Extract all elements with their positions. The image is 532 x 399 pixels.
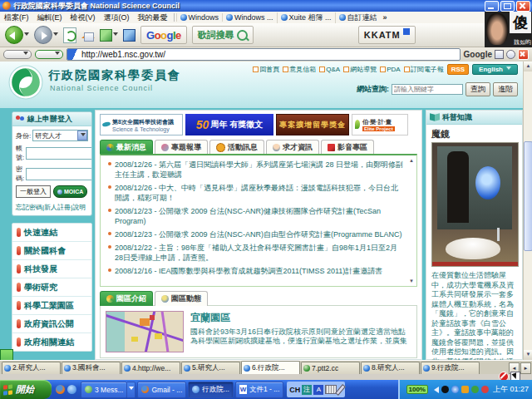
search-button[interactable]: 查詢 xyxy=(466,82,490,96)
linkbar-custom-links[interactable]: 自訂連結 xyxy=(335,12,381,23)
browser-tab-6-active[interactable]: 6.行政院... xyxy=(241,361,300,374)
browser-tab-8[interactable]: 8.研究人... xyxy=(361,362,420,374)
advanced-search-button[interactable]: 進階 xyxy=(493,82,518,96)
tab-scroll-right-button[interactable]: ► xyxy=(520,362,531,374)
plugin-cube-blue-button[interactable] xyxy=(123,29,135,42)
back-button[interactable] xyxy=(5,26,29,44)
link-pda[interactable]: PDA xyxy=(380,66,400,73)
lyrics-search-button[interactable]: 歌詞搜尋 xyxy=(192,26,254,44)
scrollbar-up-button[interactable]: ▲ xyxy=(524,62,532,71)
task-word-document[interactable]: W文件1 - ... xyxy=(235,382,283,398)
kkatm-button[interactable]: KKATM xyxy=(358,26,416,44)
tray-icon-4[interactable] xyxy=(471,386,479,393)
task-messenger[interactable]: 3 Mess... xyxy=(81,382,127,398)
browser-tab-5[interactable]: 5.研究人... xyxy=(181,362,240,374)
linkbar-xuite[interactable]: Xuite 相簿 ... xyxy=(277,12,335,23)
banner-science-tech-conference[interactable]: 第8次全國科學技術會議Science & Technology xyxy=(100,114,183,135)
moica-button[interactable]: MOICA xyxy=(53,185,87,198)
help-link[interactable]: 說明 xyxy=(72,204,86,211)
close-button[interactable] xyxy=(516,1,530,12)
link-qa[interactable]: Q&A xyxy=(319,66,340,73)
forgot-password-link[interactable]: 忘記密碼 xyxy=(16,204,42,211)
register-link[interactable]: 新人註冊 xyxy=(44,204,71,211)
banner-elite-project[interactable]: 伯·樂·計·畫Elite Project xyxy=(352,114,408,135)
language-bar[interactable]: CH 注 A xyxy=(287,382,345,397)
url-input[interactable]: http://web1.nsc.gov.tw/ xyxy=(66,48,461,61)
sidebar-item-academic-research[interactable]: 學術研究 xyxy=(12,278,91,297)
browser-quicklaunch-icon[interactable] xyxy=(67,385,76,394)
battery-indicator[interactable]: 100% xyxy=(406,385,428,394)
search-input[interactable] xyxy=(392,84,463,95)
task-gmail[interactable]: Gmail - ... xyxy=(137,382,186,398)
banner-scholarship[interactable]: 專案擴增留學獎金 xyxy=(276,114,349,135)
menu-favorites[interactable]: 我的最愛 xyxy=(134,12,172,23)
google-toolbar-label[interactable]: Google xyxy=(464,50,492,59)
ime-mode-icon[interactable]: A xyxy=(313,385,323,395)
browser-tab-2[interactable]: 2.研究人... xyxy=(2,362,61,374)
link-feedback[interactable]: 意見信箱 xyxy=(283,65,316,74)
tray-icon-2[interactable] xyxy=(451,386,459,393)
forward-dropdown-icon[interactable] xyxy=(53,32,58,38)
scroll-down-icon[interactable]: ▼ xyxy=(409,278,414,283)
skin-photo-ad[interactable]: 傻 魏如昀 xyxy=(485,12,532,47)
ime-language-label[interactable]: CH xyxy=(289,386,300,394)
scroll-up-icon[interactable]: ▲ xyxy=(409,158,414,163)
password-input[interactable] xyxy=(26,168,92,180)
refresh-button[interactable] xyxy=(63,27,76,43)
sidebar-item-about-nsc[interactable]: 關於國科會 xyxy=(12,242,91,260)
english-button[interactable]: English xyxy=(472,64,518,75)
news-item[interactable]: 2008/12/26 - 中大、中時「遇見科學」講座秋季最終話：漫談電話科技犯罪… xyxy=(107,183,405,203)
restore-button[interactable] xyxy=(500,1,515,12)
scrollbar-thumb[interactable] xyxy=(524,141,532,251)
sidebar-item-quick-links[interactable]: 快速連結 xyxy=(12,224,91,242)
login-button[interactable]: 一般登入 xyxy=(16,185,51,198)
park-title[interactable]: 宜蘭園區 xyxy=(190,311,411,325)
tab-jobs[interactable]: 求才資訊 xyxy=(266,140,319,155)
tab-park-intro[interactable]: 園區介紹 xyxy=(100,291,153,306)
sidebar-item-science-parks[interactable]: 科學工業園區 xyxy=(12,297,91,315)
news-item[interactable]: 2008/12/23 - 公開徵求 2009 台法(NSC-ANR)自由型合作研… xyxy=(107,229,405,239)
yilan-map-image[interactable] xyxy=(106,311,184,352)
tray-icon-5[interactable] xyxy=(481,386,489,393)
sidebar-item-gov-links[interactable]: 政府相關連結 xyxy=(12,333,91,351)
minimize-button[interactable] xyxy=(485,1,499,12)
news-item[interactable]: 2008/12/23 - 公開徵求 2009 台法(NSC-ANR)健康技術團隊… xyxy=(107,206,405,226)
banner-50th-anniversary[interactable]: 50周年 有獎徵文 xyxy=(185,114,273,135)
news-item[interactable]: 2008/12/16 - IEA國際數學與科學教育成就趨勢調查2011(TIMS… xyxy=(107,266,405,276)
tab-events[interactable]: 活動訊息 xyxy=(209,140,264,155)
tab-latest-news[interactable]: 最新消息 xyxy=(100,140,153,155)
link-sitemap[interactable]: 網站導覽 xyxy=(343,65,377,74)
browser-tab-9[interactable]: 9.行政院... xyxy=(421,362,480,374)
task-nsc-browser[interactable]: 行政院... xyxy=(188,382,234,398)
skin-dropdown-2[interactable] xyxy=(35,50,63,59)
link-home[interactable]: 回首頁 xyxy=(253,65,279,74)
home-button[interactable] xyxy=(81,31,95,42)
plugin-cube-green-button[interactable] xyxy=(100,29,118,42)
task-messenger-dropdown[interactable] xyxy=(127,382,135,398)
news-item[interactable]: 2008/12/22 - 主旨：98年度「補助人文及社會科學研究圖書計畫」自98… xyxy=(107,243,405,263)
ime-input-method-icon[interactable]: 注 xyxy=(302,385,312,395)
menu-edit[interactable]: 編輯(E) xyxy=(33,12,66,23)
tab-park-news[interactable]: 園區動態 xyxy=(155,291,208,306)
tray-icon-1[interactable] xyxy=(441,386,449,393)
scrollbar-down-button[interactable]: ▼ xyxy=(524,350,532,360)
sidebar-item-tech-development[interactable]: 科技發展 xyxy=(12,260,91,278)
menu-file[interactable]: 檔案(F) xyxy=(0,12,33,23)
google-search-button[interactable]: Google xyxy=(140,26,187,44)
browser-tab-7[interactable]: 7.ptt2.cc xyxy=(301,362,360,374)
magic-mirror-image[interactable] xyxy=(431,142,519,267)
forward-button[interactable] xyxy=(34,26,58,44)
start-button[interactable]: 開始 xyxy=(0,380,52,399)
news-item[interactable]: 2008/12/26 - 第六屆「週日閱讀科學大師」系列講座第七場演講 28 日… xyxy=(107,160,405,180)
pen-icon[interactable] xyxy=(335,384,346,396)
tray-icon-3[interactable] xyxy=(461,386,469,393)
tab-feature-reports[interactable]: 專題報導 xyxy=(155,140,208,155)
linkbar-overflow-chevron[interactable]: » xyxy=(381,13,390,22)
menu-view[interactable]: 檢視(V) xyxy=(66,12,100,23)
article-title[interactable]: 魔鏡 xyxy=(426,125,522,142)
page-scrollbar[interactable]: ▲ ▼ xyxy=(523,62,532,360)
browser-tab-3[interactable]: 3.國科會... xyxy=(62,362,121,374)
tab-media[interactable]: 影音專區 xyxy=(321,140,374,155)
firefox-quicklaunch-icon[interactable] xyxy=(56,385,65,394)
rss-button[interactable]: RSS xyxy=(447,64,469,75)
